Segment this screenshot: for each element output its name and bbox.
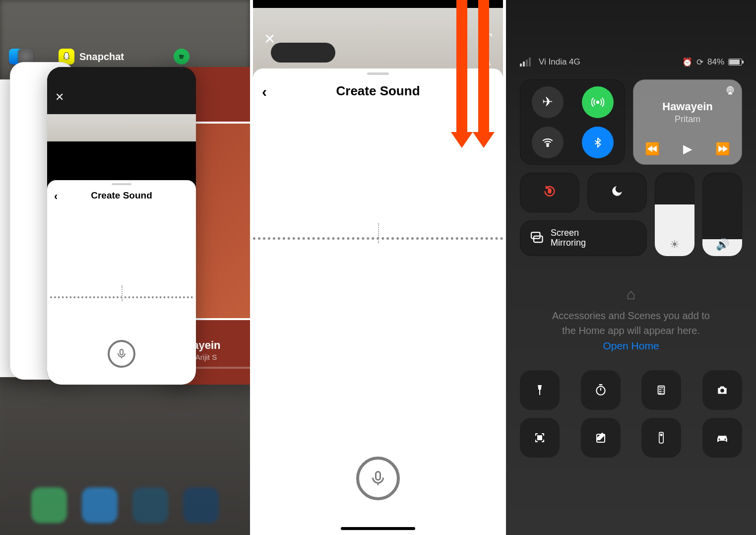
annotation-arrow-2 [478, 0, 489, 134]
brightness-slider[interactable]: ☀︎ [655, 173, 694, 256]
dock-app-4[interactable] [183, 487, 219, 523]
phone-camera-prop [271, 43, 335, 63]
home-placeholder: ⌂ Accessories and Scenes you add to the … [506, 283, 756, 354]
do-not-disturb-toggle[interactable] [587, 173, 647, 212]
now-playing-title: Hawayein [640, 100, 735, 113]
moon-icon [611, 185, 624, 201]
play-button[interactable]: ▶ [683, 142, 692, 156]
airplay-icon[interactable] [725, 85, 735, 98]
annotation-arrow-1 [456, 0, 467, 134]
create-sound-sheet: ‹ Create Sound [47, 180, 196, 385]
cellular-data-toggle[interactable] [582, 86, 614, 118]
orientation-lock-icon [543, 184, 557, 201]
svg-point-7 [729, 89, 731, 91]
svg-rect-16 [538, 438, 539, 440]
record-button[interactable] [108, 340, 135, 368]
home-text-line1: Accessories and Scenes you add to [552, 310, 710, 321]
svg-point-3 [596, 101, 598, 103]
apple-tv-remote-button[interactable] [641, 418, 681, 458]
carplay-button[interactable] [702, 418, 742, 458]
snapchat-app-label[interactable]: Snapchat [59, 49, 124, 65]
home-icon: ⌂ [506, 283, 756, 305]
control-center-panel: Vi India 4G ⏰ ⟳ 84% ✈︎ [506, 0, 756, 535]
flashlight-button[interactable] [520, 370, 560, 410]
battery-icon [728, 59, 742, 66]
svg-point-6 [728, 88, 732, 92]
timer-button[interactable] [581, 370, 621, 410]
svg-rect-15 [540, 436, 542, 437]
volume-icon: 🔊 [702, 238, 742, 251]
svg-point-13 [720, 389, 724, 393]
app-switcher-panel: ‹ Snapchat ⌄ Hawayein Pritam, Arijit S [0, 0, 250, 535]
svg-rect-1 [120, 349, 123, 355]
snapchat-app-name: Snapchat [79, 51, 124, 63]
dock-app-2[interactable] [82, 487, 118, 523]
sheet-grabber[interactable] [112, 183, 131, 185]
svg-rect-17 [540, 438, 542, 440]
screen-mirroring-label-2: Mirroring [551, 238, 586, 248]
spotify-icon[interactable] [174, 49, 189, 65]
svg-point-21 [718, 439, 720, 440]
rewind-button[interactable]: ⏪ [645, 142, 660, 156]
volume-slider[interactable]: 🔊 [702, 173, 742, 256]
snapchat-create-sound-screen: ✕ T ✎ ‹ Create Sound [250, 0, 506, 535]
brightness-icon: ☀︎ [655, 238, 694, 251]
alarm-icon: ⏰ [682, 57, 693, 67]
screen-mirroring-button[interactable]: Screen Mirroring [520, 220, 647, 256]
waveform [253, 228, 503, 248]
screen-mirroring-label-1: Screen [551, 228, 579, 238]
bluetooth-toggle[interactable] [582, 127, 614, 158]
dock-app-1[interactable] [31, 487, 67, 523]
connectivity-tile: ✈︎ [520, 79, 625, 165]
home-text-line2: the Home app will appear here. [562, 325, 700, 336]
waveform [47, 289, 196, 304]
close-icon[interactable]: ✕ [264, 31, 275, 47]
snapchat-card[interactable]: ✕ ‹ Create Sound [47, 67, 196, 385]
camera-button[interactable] [702, 370, 742, 410]
record-button[interactable] [356, 457, 400, 500]
qr-scan-button[interactable] [520, 418, 560, 458]
orientation-lock-status-icon: ⟳ [696, 57, 703, 67]
sheet-title: Create Sound [47, 190, 196, 201]
svg-point-22 [724, 439, 726, 440]
status-bar: Vi India 4G ⏰ ⟳ 84% [506, 56, 756, 68]
svg-point-20 [661, 434, 662, 436]
open-home-link[interactable]: Open Home [603, 340, 659, 351]
svg-rect-2 [376, 472, 380, 480]
dock-app-3[interactable] [132, 487, 168, 523]
forward-button[interactable]: ⏩ [715, 142, 730, 156]
svg-point-11 [596, 386, 605, 395]
airplane-mode-toggle[interactable]: ✈︎ [532, 86, 564, 118]
home-indicator[interactable] [341, 527, 415, 530]
svg-point-4 [547, 144, 548, 146]
now-playing-artist: Pritam [640, 114, 735, 125]
svg-rect-10 [534, 236, 543, 242]
battery-percent: 84% [707, 57, 724, 67]
calculator-button[interactable] [641, 370, 681, 410]
notes-button[interactable] [581, 418, 621, 458]
now-playing-tile[interactable]: Hawayein Pritam ⏪ ▶ ⏩ [633, 79, 742, 165]
wifi-toggle[interactable] [532, 127, 564, 158]
orientation-lock-toggle[interactable] [520, 173, 579, 212]
sheet-grabber[interactable] [367, 72, 389, 75]
svg-rect-14 [538, 436, 539, 437]
svg-rect-9 [531, 232, 540, 239]
close-icon[interactable]: ✕ [55, 91, 64, 104]
signal-icon [520, 58, 531, 67]
camera-preview [47, 114, 196, 141]
snap-header [47, 67, 196, 114]
carrier-label: Vi India 4G [539, 57, 580, 67]
dock [0, 475, 250, 535]
screen-mirroring-icon [529, 230, 544, 247]
